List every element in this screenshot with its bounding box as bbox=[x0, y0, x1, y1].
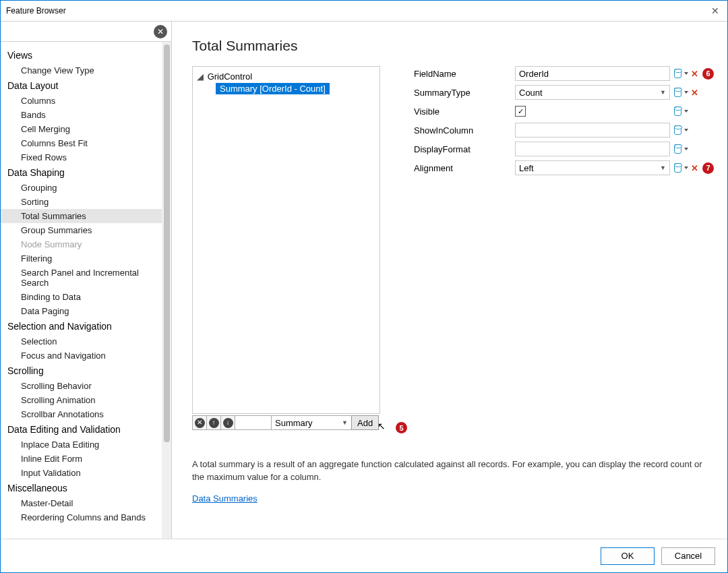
sidebar-category[interactable]: Miscellaneous bbox=[1, 480, 162, 496]
binding-icon[interactable] bbox=[674, 69, 681, 78]
sidebar-category[interactable]: Data Editing and Validation bbox=[1, 421, 162, 438]
alignment-select[interactable]: Left ▼ bbox=[515, 160, 670, 175]
step-badge-7: 7 bbox=[702, 162, 714, 174]
sidebar: ✕ ViewsChange View TypeData LayoutColumn… bbox=[1, 22, 172, 539]
binding-icon[interactable] bbox=[674, 163, 681, 173]
sidebar-item[interactable]: Focus and Navigation bbox=[1, 349, 162, 363]
ok-label: OK bbox=[621, 551, 634, 561]
chevron-down-icon: ▼ bbox=[660, 164, 666, 171]
sidebar-item[interactable]: Scrolling Behavior bbox=[1, 379, 162, 393]
summarytype-select[interactable]: Count ▼ bbox=[515, 85, 670, 100]
step-badge-6: 6 bbox=[702, 68, 714, 80]
prop-label-summarytype: SummaryType bbox=[414, 88, 515, 98]
sidebar-item[interactable]: Scrolling Animation bbox=[1, 393, 162, 407]
clear-search-icon[interactable]: ✕ bbox=[154, 25, 167, 38]
prop-label-fieldname: FieldName bbox=[414, 69, 515, 79]
sidebar-item[interactable]: Binding to Data bbox=[1, 290, 162, 304]
chevron-down-icon[interactable] bbox=[684, 148, 688, 150]
sidebar-item[interactable]: Fixed Rows bbox=[1, 150, 162, 164]
titlebar: Feature Browser ✕ bbox=[1, 1, 727, 21]
sidebar-item[interactable]: Master-Detail bbox=[1, 496, 162, 510]
sidebar-item[interactable]: Sorting bbox=[1, 195, 162, 209]
sidebar-item[interactable]: Inplace Data Editing bbox=[1, 438, 162, 452]
chevron-down-icon[interactable] bbox=[684, 72, 688, 75]
summary-type-select[interactable]: Summary ▼ bbox=[271, 415, 352, 430]
sidebar-category[interactable]: Views bbox=[1, 47, 162, 63]
sidebar-item[interactable]: Input Validation bbox=[1, 466, 162, 480]
binding-icon[interactable] bbox=[674, 88, 681, 97]
visible-checkbox[interactable]: ✓ bbox=[515, 106, 526, 117]
sidebar-category[interactable]: Selection and Navigation bbox=[1, 318, 162, 334]
sidebar-item[interactable]: Reordering Columns and Bands bbox=[1, 510, 162, 524]
ok-button[interactable]: OK bbox=[601, 547, 655, 565]
prop-label-showincolumn: ShowInColumn bbox=[414, 125, 515, 135]
tree-root[interactable]: ◢ GridControl bbox=[195, 71, 377, 82]
chevron-down-icon: ▼ bbox=[660, 89, 666, 96]
prop-label-displayformat: DisplayFormat bbox=[414, 144, 515, 154]
move-down-button[interactable]: ↓ bbox=[220, 415, 235, 430]
alignment-value: Left bbox=[519, 163, 534, 173]
cancel-label: Cancel bbox=[675, 551, 702, 561]
fieldname-input[interactable] bbox=[515, 66, 670, 81]
sidebar-item[interactable]: Data Paging bbox=[1, 304, 162, 318]
sidebar-item[interactable]: Columns bbox=[1, 94, 162, 108]
summarytype-value: Count bbox=[519, 88, 543, 98]
prop-label-alignment: Alignment bbox=[414, 163, 515, 173]
sidebar-item[interactable]: Total Summaries bbox=[1, 209, 162, 223]
chevron-down-icon[interactable] bbox=[684, 110, 688, 113]
sidebar-item[interactable]: Filtering bbox=[1, 251, 162, 266]
description-text: A total summary is a result of an aggreg… bbox=[192, 458, 714, 484]
binding-icon[interactable] bbox=[674, 107, 681, 116]
tree-child-selected[interactable]: Summary [OrderId - Count] bbox=[216, 83, 330, 94]
reset-icon[interactable]: ✕ bbox=[691, 163, 698, 173]
sidebar-item[interactable]: Group Summaries bbox=[1, 223, 162, 237]
close-icon[interactable]: ✕ bbox=[708, 5, 722, 16]
delete-button[interactable]: ✕ bbox=[192, 415, 207, 430]
collapse-icon[interactable]: ◢ bbox=[197, 71, 205, 82]
showincolumn-input[interactable] bbox=[515, 123, 670, 138]
sidebar-item[interactable]: Search Panel and Incremental Search bbox=[1, 266, 162, 290]
sidebar-item[interactable]: Scrollbar Annotations bbox=[1, 407, 162, 421]
feature-tree[interactable]: ViewsChange View TypeData LayoutColumnsB… bbox=[1, 42, 162, 539]
window-title: Feature Browser bbox=[6, 6, 708, 16]
sidebar-category[interactable]: Data Shaping bbox=[1, 164, 162, 181]
properties-panel: FieldName ✕ 6 SummaryType Count bbox=[414, 66, 714, 430]
chevron-down-icon[interactable] bbox=[684, 91, 688, 94]
sidebar-item[interactable]: Columns Best Fit bbox=[1, 136, 162, 150]
displayformat-input[interactable] bbox=[515, 142, 670, 156]
reset-icon[interactable]: ✕ bbox=[691, 69, 698, 79]
object-tree[interactable]: ◢ GridControl Summary [OrderId - Count] bbox=[192, 66, 380, 414]
sidebar-item[interactable]: Change View Type bbox=[1, 63, 162, 78]
tree-toolbar: ✕ ↑ ↓ Summary ▼ Add ↖ 5 bbox=[192, 415, 380, 430]
sidebar-item: Node Summary bbox=[1, 237, 162, 251]
binding-icon[interactable] bbox=[674, 125, 681, 135]
page-title: Total Summaries bbox=[192, 38, 714, 54]
tree-root-label: GridControl bbox=[208, 71, 252, 82]
move-up-button[interactable]: ↑ bbox=[206, 415, 221, 430]
prop-label-visible: Visible bbox=[414, 107, 515, 117]
sidebar-scrollbar[interactable] bbox=[162, 42, 171, 539]
sidebar-item[interactable]: Cell Merging bbox=[1, 122, 162, 136]
sidebar-item[interactable]: Inline Edit Form bbox=[1, 452, 162, 466]
search-row: ✕ bbox=[1, 22, 171, 42]
binding-icon[interactable] bbox=[674, 144, 681, 154]
reset-icon[interactable]: ✕ bbox=[691, 88, 698, 98]
step-badge-5: 5 bbox=[396, 422, 407, 433]
sidebar-category[interactable]: Data Layout bbox=[1, 78, 162, 94]
sidebar-item[interactable]: Selection bbox=[1, 334, 162, 349]
sidebar-item[interactable]: Grouping bbox=[1, 181, 162, 195]
data-summaries-link[interactable]: Data Summaries bbox=[192, 493, 714, 504]
main-panel: Total Summaries ◢ GridControl Summary [O… bbox=[172, 22, 727, 539]
toolbar-spacer bbox=[235, 415, 272, 430]
summary-type-label: Summary bbox=[275, 418, 313, 428]
add-button-label: Add bbox=[357, 418, 373, 428]
search-input[interactable] bbox=[3, 24, 154, 39]
chevron-down-icon[interactable] bbox=[684, 167, 688, 169]
cancel-button[interactable]: Cancel bbox=[661, 547, 715, 565]
dialog-footer: OK Cancel bbox=[1, 539, 727, 572]
chevron-down-icon: ▼ bbox=[342, 419, 348, 426]
add-button[interactable]: Add bbox=[351, 415, 379, 430]
chevron-down-icon[interactable] bbox=[684, 129, 688, 131]
sidebar-item[interactable]: Bands bbox=[1, 108, 162, 122]
sidebar-category[interactable]: Scrolling bbox=[1, 363, 162, 379]
